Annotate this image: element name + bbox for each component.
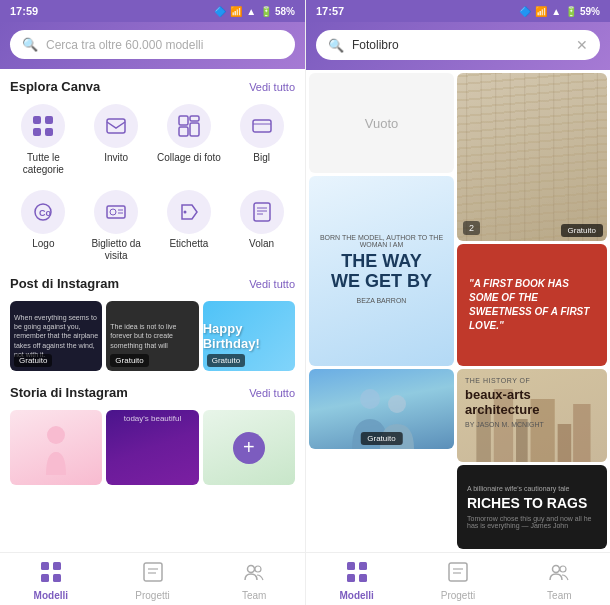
svg-rect-24 <box>53 562 61 570</box>
stories-vedi-tutto[interactable]: Vedi tutto <box>249 387 295 399</box>
theway-title-line1: THE WAY <box>341 251 421 271</box>
volant-icon <box>240 190 284 234</box>
svg-point-57 <box>553 566 560 573</box>
time-left: 17:59 <box>10 5 38 17</box>
card-theway[interactable]: BORN THE MODEL, AUTHOR TO THE WOMAN I AM… <box>309 176 454 366</box>
card-friends[interactable]: Gratuito <box>309 369 454 449</box>
progetti-label-right: Progetti <box>441 590 475 601</box>
etichetta-label: Etichetta <box>169 238 208 250</box>
posts-grid: When everything seems to be going agains… <box>10 301 295 371</box>
search-clear-button[interactable]: ✕ <box>576 37 588 53</box>
nav-item-progetti-left[interactable]: Progetti <box>102 561 204 601</box>
svg-rect-27 <box>144 563 162 581</box>
story-thumb-add[interactable]: + <box>203 410 295 485</box>
esplora-title: Esplora Canva <box>10 79 100 94</box>
riches-title: RICHES TO RAGS <box>467 496 597 511</box>
svg-rect-52 <box>347 574 355 582</box>
categories-grid-2: Co Logo Biglietto da visita <box>10 190 295 262</box>
category-tutte[interactable]: Tutte le categorie <box>10 104 77 176</box>
svg-point-22 <box>47 426 65 444</box>
category-logo[interactable]: Co Logo <box>10 190 77 262</box>
theway-title-line2: WE GET BY <box>331 271 432 291</box>
story-thumb-1[interactable] <box>10 410 102 485</box>
svg-rect-5 <box>179 116 188 125</box>
svg-text:Co: Co <box>39 208 51 218</box>
nav-item-team-left[interactable]: Team <box>203 561 305 601</box>
time-right: 17:57 <box>316 5 344 17</box>
card-sweetness[interactable]: "A FIRST BOOK HAS SOME OF THE SWEETNESS … <box>457 244 607 366</box>
wifi-icon-right: ▲ <box>551 6 561 17</box>
friends-badge: Gratuito <box>360 432 402 445</box>
post-thumb-3[interactable]: Happy Birthday! Gratuito <box>203 301 295 371</box>
category-biglietto[interactable]: Biglietto da visita <box>83 190 150 262</box>
biglietto-icon <box>94 190 138 234</box>
search-input-right[interactable]: 🔍 Fotolibro ✕ <box>316 30 600 60</box>
svg-rect-18 <box>254 203 270 221</box>
card-riches[interactable]: A billionaire wife's cautionary tale RIC… <box>457 465 607 549</box>
card-beaux[interactable]: THE HISTORY OF beaux-arts architecture B… <box>457 369 607 462</box>
nav-item-modelli-right[interactable]: Modelli <box>306 561 407 601</box>
svg-point-30 <box>248 566 255 573</box>
modelli-label-left: Modelli <box>34 590 68 601</box>
add-button[interactable]: + <box>233 432 265 464</box>
nav-item-progetti-right[interactable]: Progetti <box>407 561 508 601</box>
posts-header: Post di Instagram Vedi tutto <box>10 276 295 291</box>
biglietto-label: Biglietto da visita <box>83 238 150 262</box>
nav-item-modelli-left[interactable]: Modelli <box>0 561 102 601</box>
bluetooth-icon: 🔷 <box>214 6 226 17</box>
progetti-icon-right <box>447 561 469 588</box>
right-panel: 17:57 🔷 📶 ▲ 🔋 59% 🔍 Fotolibro ✕ Vuoto BO… <box>305 0 610 605</box>
esplora-vedi-tutto[interactable]: Vedi tutto <box>249 81 295 93</box>
categories-grid-1: Tutte le categorie Invito <box>10 104 295 176</box>
posts-vedi-tutto[interactable]: Vedi tutto <box>249 278 295 290</box>
svg-point-58 <box>560 566 566 572</box>
svg-rect-51 <box>359 562 367 570</box>
post-bday-text: Happy Birthday! <box>203 321 295 351</box>
search-icon-right: 🔍 <box>328 38 344 53</box>
left-panel: 17:59 🔷 📶 ▲ 🔋 58% 🔍 Cerca tra oltre 60.0… <box>0 0 305 605</box>
svg-rect-1 <box>45 116 53 124</box>
svg-rect-54 <box>449 563 467 581</box>
svg-point-17 <box>183 211 186 214</box>
volant-label: Volan <box>249 238 274 250</box>
status-icons-right: 🔷 📶 ▲ 🔋 59% <box>519 6 600 17</box>
category-collage[interactable]: Collage di foto <box>156 104 223 176</box>
nav-item-team-right[interactable]: Team <box>509 561 610 601</box>
post-thumb-2[interactable]: The idea is not to live forever but to c… <box>106 301 198 371</box>
svg-rect-9 <box>253 120 271 132</box>
battery-icon: 🔋 58% <box>260 6 295 17</box>
search-input-left[interactable]: 🔍 Cerca tra oltre 60.000 modelli <box>10 30 295 59</box>
esplora-header: Esplora Canva Vedi tutto <box>10 79 295 94</box>
logo-label: Logo <box>32 238 54 250</box>
post-badge-2: Gratuito <box>110 354 148 367</box>
card-vuoto[interactable]: Vuoto <box>309 73 454 173</box>
collage-label: Collage di foto <box>157 152 221 164</box>
books-pages-card[interactable]: Gratuito 2 <box>457 73 607 241</box>
post-badge-3: Gratuito <box>207 354 245 367</box>
pages-num-badge: 2 <box>463 221 480 235</box>
tutte-icon <box>21 104 65 148</box>
svg-rect-0 <box>33 116 41 124</box>
category-bigl[interactable]: Bigl <box>228 104 295 176</box>
invito-icon <box>94 104 138 148</box>
svg-rect-23 <box>41 562 49 570</box>
stories-title: Storia di Instagram <box>10 385 128 400</box>
invito-label: Invito <box>104 152 128 164</box>
story-thumb-2[interactable]: today's beautiful <box>106 410 198 485</box>
vuoto-label: Vuoto <box>365 116 399 131</box>
signal-icon: 📶 <box>230 6 242 17</box>
category-volant[interactable]: Volan <box>228 190 295 262</box>
category-invito[interactable]: Invito <box>83 104 150 176</box>
category-etichetta[interactable]: Etichetta <box>156 190 223 262</box>
theway-author-name: BEZA BARRON <box>357 297 407 304</box>
post-badge-1: Gratuito <box>14 354 52 367</box>
status-bar-right: 17:57 🔷 📶 ▲ 🔋 59% <box>306 0 610 22</box>
riches-sub: A billionaire wife's cautionary tale <box>467 485 597 492</box>
svg-point-14 <box>110 209 116 215</box>
svg-rect-8 <box>179 127 188 136</box>
svg-rect-6 <box>190 116 199 121</box>
post-thumb-1[interactable]: When everything seems to be going agains… <box>10 301 102 371</box>
modelli-label-right: Modelli <box>339 590 373 601</box>
svg-rect-50 <box>347 562 355 570</box>
search-placeholder-left: Cerca tra oltre 60.000 modelli <box>46 38 203 52</box>
